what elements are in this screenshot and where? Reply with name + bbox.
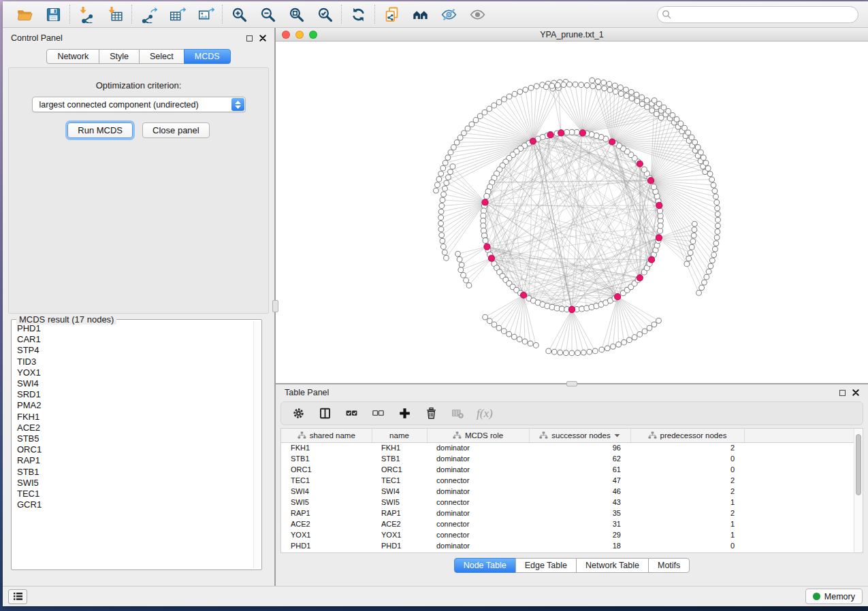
mcds-result-groupbox: MCDS result (17 nodes) PHD1CAR1STP4TID3Y…	[11, 319, 262, 570]
export-image-button[interactable]	[196, 5, 215, 24]
float-table-panel-icon[interactable]	[839, 390, 846, 396]
tab-select[interactable]: Select	[139, 49, 184, 64]
table-row[interactable]: PHD1PHD1dominator180	[281, 540, 854, 551]
network-canvas[interactable]	[276, 42, 868, 383]
search-input[interactable]	[657, 6, 858, 23]
select-all-button[interactable]	[344, 406, 359, 421]
mcds-result-item[interactable]: RAP1	[14, 455, 252, 466]
cell-filler	[744, 497, 854, 508]
mcds-result-item[interactable]: STB5	[14, 433, 252, 444]
mcds-result-item[interactable]: SWI4	[14, 378, 252, 389]
show-columns-button[interactable]	[317, 406, 332, 421]
mcds-result-item[interactable]: STB1	[14, 467, 252, 478]
mcds-result-item[interactable]: ACE2	[14, 423, 252, 433]
tab-motifs[interactable]: Motifs	[648, 558, 690, 573]
mcds-result-item[interactable]: GCR1	[14, 499, 252, 510]
table-row[interactable]: ACE2ACE2connector311	[281, 518, 854, 529]
table-settings-button[interactable]	[291, 406, 306, 421]
window-minimize-light[interactable]	[295, 31, 304, 39]
save-session-button[interactable]	[44, 5, 63, 24]
refresh-view-button[interactable]	[349, 5, 368, 24]
column-header-shared-name[interactable]: shared name	[281, 429, 372, 442]
mcds-result-item[interactable]: FKH1	[14, 412, 252, 423]
mcds-result-item[interactable]: ORC1	[14, 444, 252, 455]
table-row[interactable]: SWI5SWI5connector431	[281, 497, 854, 508]
table-scrollbar-thumb[interactable]	[856, 434, 861, 495]
mcds-result-item[interactable]: TEC1	[14, 489, 252, 499]
delete-table-button	[450, 406, 465, 421]
cell-name: ORC1	[372, 464, 427, 475]
table-row[interactable]: FKH1FKH1dominator962	[281, 442, 854, 453]
network-graph[interactable]	[276, 42, 868, 383]
import-table-button[interactable]	[106, 5, 125, 24]
table-row[interactable]: STB1STB1dominator620	[281, 453, 854, 464]
add-row-button[interactable]	[397, 406, 412, 421]
float-panel-icon[interactable]	[246, 35, 253, 42]
table-row[interactable]: SWI4SWI4dominator462	[281, 486, 854, 497]
close-table-panel-icon[interactable]	[852, 389, 859, 396]
zoom-in-button[interactable]	[229, 5, 248, 24]
column-header-predecessor-nodes[interactable]: predecessor nodes	[630, 429, 744, 442]
import-network-button[interactable]	[77, 5, 96, 24]
tab-network[interactable]: Network	[46, 49, 99, 64]
column-header-MCDS-role[interactable]: MCDS role	[427, 429, 529, 442]
first-neighbors-button[interactable]	[411, 5, 430, 24]
cell-successor-nodes: 31	[529, 518, 630, 529]
new-network-from-selection-button[interactable]	[382, 5, 401, 24]
delete-row-button[interactable]	[423, 406, 438, 421]
window-zoom-light[interactable]	[309, 31, 317, 39]
control-panel: Control Panel NetworkStyleSelectMCDS Opt…	[3, 28, 276, 586]
table-row[interactable]: YOX1YOX1connector291	[281, 529, 854, 540]
table-row[interactable]: TEC1TEC1connector472	[281, 475, 854, 486]
mcds-list-scrollbar[interactable]	[253, 321, 260, 568]
column-header-successor-nodes[interactable]: successor nodes	[529, 429, 630, 442]
export-table-button[interactable]	[167, 5, 187, 24]
toolbar-group	[342, 5, 374, 24]
deselect-all-button[interactable]	[370, 406, 385, 421]
criterion-dropdown[interactable]: largest connected component (undirected)	[32, 97, 246, 112]
hide-selected-button[interactable]	[439, 5, 458, 24]
table-row[interactable]: RAP1RAP1dominator352	[281, 508, 854, 518]
zoom-out-button[interactable]	[258, 5, 277, 24]
vertical-splitter-grip[interactable]	[272, 300, 278, 312]
tab-mcds[interactable]: MCDS	[184, 49, 231, 64]
tab-edge-table[interactable]: Edge Table	[515, 558, 577, 573]
first-neighbors-icon	[412, 6, 429, 23]
mcds-result-item[interactable]: PHD1	[14, 323, 252, 334]
mcds-result-item[interactable]: SRD1	[14, 389, 252, 400]
open-file-button[interactable]	[15, 5, 34, 24]
tab-node-table[interactable]: Node Table	[454, 558, 516, 573]
close-panel-icon[interactable]	[259, 35, 266, 42]
mcds-result-item[interactable]: PMA2	[14, 400, 252, 411]
run-mcds-button[interactable]: Run MCDS	[67, 122, 133, 138]
network-view-title: YPA_prune.txt_1	[540, 30, 604, 39]
mcds-result-item[interactable]: TID3	[14, 357, 252, 367]
mcds-result-item[interactable]: CAR1	[14, 334, 252, 345]
memory-button[interactable]: Memory	[805, 589, 863, 604]
cell-successor-nodes: 47	[529, 475, 630, 486]
dropdown-stepper-icon	[231, 98, 244, 111]
horizontal-splitter-grip[interactable]	[566, 381, 577, 386]
close-panel-button[interactable]: Close panel	[142, 122, 210, 138]
save-session-icon	[45, 6, 62, 23]
cell-MCDS-role: dominator	[427, 508, 529, 518]
table-scrollbar[interactable]	[854, 429, 863, 552]
zoom-fit-button[interactable]	[287, 5, 306, 24]
export-network-button[interactable]	[139, 5, 158, 24]
mcds-result-item[interactable]: STP4	[14, 345, 252, 356]
window-close-light[interactable]	[282, 31, 290, 39]
tab-network-table[interactable]: Network Table	[576, 558, 649, 573]
mcds-result-item[interactable]: SWI5	[14, 478, 252, 489]
task-history-button[interactable]	[8, 589, 27, 604]
zoom-selected-button[interactable]	[315, 5, 334, 24]
cell-MCDS-role: dominator	[427, 453, 529, 464]
cell-predecessor-nodes: 2	[630, 486, 744, 497]
mcds-result-item[interactable]: YOX1	[14, 367, 252, 378]
tab-style[interactable]: Style	[99, 49, 140, 64]
table-row[interactable]: ORC1ORC1dominator610	[281, 464, 854, 475]
column-header-name[interactable]: name	[372, 429, 427, 442]
cell-name: ACE2	[372, 518, 427, 529]
cell-successor-nodes: 61	[529, 464, 630, 475]
cell-predecessor-nodes: 1	[630, 518, 744, 529]
show-all-button[interactable]	[468, 5, 487, 24]
